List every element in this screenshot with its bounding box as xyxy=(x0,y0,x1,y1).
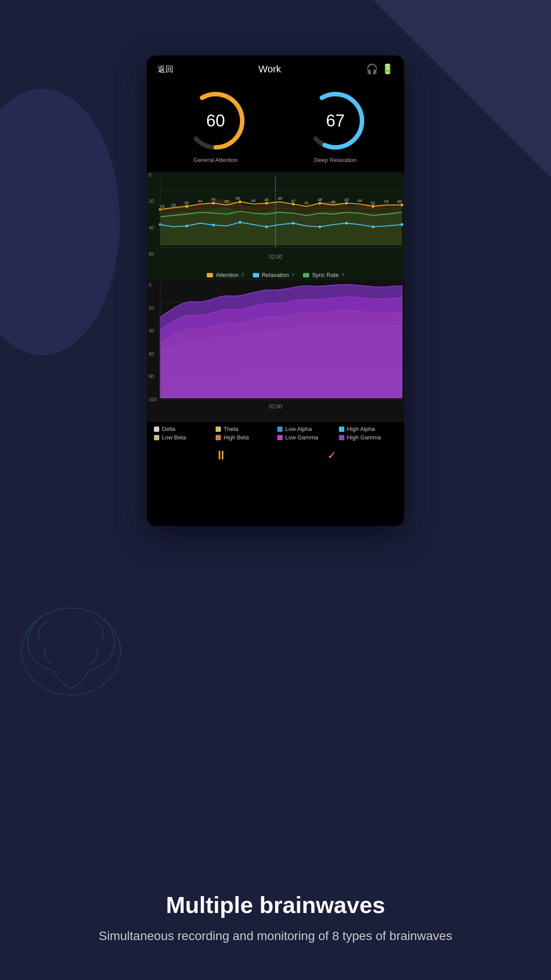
svg-text:48: 48 xyxy=(331,200,335,204)
brainwave-legend-row-1: Delta Theta Low Alpha High Alpha xyxy=(154,426,397,432)
highalpha-label: High Alpha xyxy=(347,426,375,432)
svg-text:48: 48 xyxy=(318,198,322,202)
lowgamma-label: Low Gamma xyxy=(285,434,318,441)
attention-help-icon[interactable]: ? xyxy=(241,273,244,278)
svg-text:49: 49 xyxy=(278,196,282,200)
attention-legend-dot xyxy=(207,273,213,277)
legend-highgamma: High Gamma xyxy=(339,434,397,441)
relaxation-gauge: 67 Deep Relaxation xyxy=(302,87,369,163)
svg-point-22 xyxy=(212,224,215,226)
legend-attention: Attention ? xyxy=(207,272,244,278)
chart-legend: Attention ? Relaxation ? Sync Rate ? xyxy=(147,270,404,280)
headset-icon: 🎧 xyxy=(366,63,378,75)
legend-delta: Delta xyxy=(154,426,212,432)
svg-text:55: 55 xyxy=(236,196,240,200)
lowbeta-dot xyxy=(154,435,159,440)
svg-text:53: 53 xyxy=(384,199,389,204)
delta-dot xyxy=(154,427,159,432)
brainwave-y-labels: 100 80 60 40 20 0 xyxy=(149,282,157,402)
svg-point-23 xyxy=(239,221,241,224)
svg-text:41: 41 xyxy=(304,201,309,205)
delta-label: Delta xyxy=(162,426,175,432)
svg-text:47: 47 xyxy=(291,199,295,203)
svg-text:50: 50 xyxy=(224,199,229,204)
theta-dot xyxy=(216,427,221,432)
svg-point-13 xyxy=(239,201,241,203)
syncrate-help-icon[interactable]: ? xyxy=(341,273,344,278)
legend-highalpha: High Alpha xyxy=(339,426,397,432)
app-header: 返回 Work 🎧 🔋 xyxy=(147,55,404,83)
brainwave-section: 100 80 60 40 20 0 xyxy=(147,280,404,422)
svg-point-16 xyxy=(319,202,321,205)
attention-value: 60 xyxy=(206,112,225,129)
gauges-section: 60 General Attention 67 Deep Relaxation xyxy=(147,83,404,172)
attention-legend-label: Attention xyxy=(216,272,238,278)
svg-text:23: 23 xyxy=(171,203,176,207)
bg-decoration-left xyxy=(0,89,120,355)
relaxation-gauge-circle: 67 xyxy=(302,87,369,154)
svg-point-29 xyxy=(401,223,403,226)
line-chart-section: 60 40 20 0 xyxy=(147,172,404,270)
pause-button[interactable]: ⏸ xyxy=(215,448,227,462)
svg-text:44: 44 xyxy=(358,198,362,203)
svg-point-24 xyxy=(265,225,268,228)
lowgamma-dot xyxy=(277,435,283,440)
lowalpha-dot xyxy=(277,427,283,432)
svg-text:51: 51 xyxy=(371,201,375,205)
svg-point-28 xyxy=(372,225,374,228)
chart-y-labels: 60 40 20 0 xyxy=(149,172,154,257)
main-headline: Multiple brainwaves xyxy=(18,892,533,918)
phone-mockup: 返回 Work 🎧 🔋 60 General Attention xyxy=(147,55,404,526)
highbeta-label: High Beta xyxy=(224,434,249,441)
svg-point-14 xyxy=(265,202,268,205)
attention-gauge: 60 General Attention xyxy=(182,87,249,163)
highgamma-dot xyxy=(339,435,344,440)
bottom-text-section: Multiple brainwaves Simultaneous recordi… xyxy=(0,892,551,944)
svg-point-27 xyxy=(345,222,348,225)
svg-text:43: 43 xyxy=(344,198,349,202)
legend-syncrate: Sync Rate ? xyxy=(303,272,344,278)
relaxation-legend-label: Relaxation xyxy=(262,272,289,278)
line-chart-svg: 24 23 50 44 44 50 55 44 46 49 47 41 48 4… xyxy=(147,172,404,261)
legend-theta: Theta xyxy=(216,426,274,432)
svg-text:24: 24 xyxy=(160,204,165,209)
brainwave-legend-row-2: Low Beta High Beta Low Gamma High Gamma xyxy=(154,434,397,441)
svg-point-25 xyxy=(292,222,295,225)
brainwave-time: 02:00 xyxy=(269,403,282,410)
svg-point-18 xyxy=(372,205,374,208)
svg-text:44: 44 xyxy=(198,199,202,203)
legend-lowgamma: Low Gamma xyxy=(277,434,335,441)
sub-headline: Simultaneous recording and monitoring of… xyxy=(18,927,533,944)
svg-text:46: 46 xyxy=(264,198,269,202)
svg-point-12 xyxy=(212,202,215,205)
battery-icon: 🔋 xyxy=(382,63,394,75)
app-title: Work xyxy=(259,63,281,75)
svg-text:50: 50 xyxy=(185,201,189,205)
svg-point-19 xyxy=(401,204,403,206)
legend-lowalpha: Low Alpha xyxy=(277,426,335,432)
relaxation-legend-dot xyxy=(253,273,259,277)
legend-relaxation: Relaxation ? xyxy=(253,272,295,278)
relaxation-help-icon[interactable]: ? xyxy=(291,273,294,278)
back-button[interactable]: 返回 xyxy=(157,64,173,75)
theta-label: Theta xyxy=(224,426,238,432)
svg-point-11 xyxy=(185,205,188,208)
brainwave-chart-svg xyxy=(147,280,404,409)
bottom-controls: ⏸ ✓ xyxy=(147,443,404,468)
lowalpha-label: Low Alpha xyxy=(285,426,312,432)
lowbeta-label: Low Beta xyxy=(162,434,186,441)
relaxation-value: 67 xyxy=(326,112,345,129)
header-icons: 🎧 🔋 xyxy=(366,63,394,75)
svg-text:60: 60 xyxy=(398,199,402,204)
legend-lowbeta: Low Beta xyxy=(154,434,212,441)
svg-text:44: 44 xyxy=(251,198,256,203)
svg-point-21 xyxy=(185,225,188,227)
svg-text:44: 44 xyxy=(211,197,216,201)
highalpha-dot xyxy=(339,427,344,432)
confirm-button[interactable]: ✓ xyxy=(327,449,336,462)
highgamma-label: High Gamma xyxy=(347,434,381,441)
svg-point-26 xyxy=(319,225,321,228)
attention-gauge-circle: 60 xyxy=(182,87,249,154)
legend-highbeta: High Beta xyxy=(216,434,274,441)
svg-point-17 xyxy=(345,202,348,205)
